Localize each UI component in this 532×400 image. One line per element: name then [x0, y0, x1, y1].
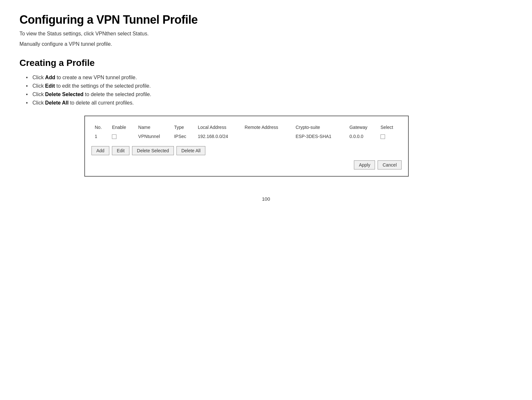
table-row: 1 VPNtunnel IPSec 192.168.0.0/24 ESP-3DE… — [91, 132, 402, 141]
col-type: Type — [171, 123, 195, 132]
delete-all-button[interactable]: Delete All — [176, 146, 205, 155]
list-item: Click Delete All to delete all current p… — [26, 100, 513, 106]
vpn-table-container: No. Enable Name Type Local Address Remot… — [84, 116, 409, 177]
col-enable: Enable — [109, 123, 135, 132]
instructions-list: Click Add to create a new VPN tunnel pro… — [19, 75, 513, 106]
list-item: Click Delete Selected to delete the sele… — [26, 92, 513, 97]
edit-label: Edit — [45, 83, 55, 89]
cell-remote-address — [241, 132, 292, 141]
section-title: Creating a Profile — [19, 58, 513, 68]
apply-button[interactable]: Apply — [354, 160, 375, 169]
cell-crypto-suite: ESP-3DES-SHA1 — [292, 132, 346, 141]
col-no: No. — [91, 123, 109, 132]
list-item: Click Add to create a new VPN tunnel pro… — [26, 75, 513, 81]
col-crypto-suite: Crypto-suite — [292, 123, 346, 132]
list-item: Click Edit to edit the settings of the s… — [26, 83, 513, 89]
bullet-text-3: to delete the selected profile. — [83, 92, 151, 97]
bullet-text-4: to delete all current profiles. — [68, 100, 134, 106]
subtitle-line2: Manually configure a VPN tunnel profile. — [19, 40, 513, 48]
select-checkbox[interactable] — [381, 134, 385, 139]
delete-selected-label: Delete Selected — [45, 92, 83, 97]
col-local-address: Local Address — [195, 123, 241, 132]
col-select: Select — [377, 123, 402, 132]
page-title: Configuring a VPN Tunnel Profile — [19, 13, 513, 27]
add-button[interactable]: Add — [91, 146, 109, 155]
delete-all-label: Delete All — [45, 100, 68, 106]
cell-select[interactable] — [377, 132, 402, 141]
page-number: 100 — [19, 196, 513, 202]
cell-type: IPSec — [171, 132, 195, 141]
subtitle-line1: To view the Status settings, click VPNth… — [19, 30, 513, 38]
col-gateway: Gateway — [346, 123, 377, 132]
edit-button[interactable]: Edit — [112, 146, 129, 155]
cancel-button[interactable]: Cancel — [378, 160, 402, 169]
bullet-text-2: to edit the settings of the selected pro… — [55, 83, 151, 89]
cell-enable[interactable] — [109, 132, 135, 141]
cell-local-address: 192.168.0.0/24 — [195, 132, 241, 141]
col-remote-address: Remote Address — [241, 123, 292, 132]
col-name: Name — [135, 123, 171, 132]
cell-name: VPNtunnel — [135, 132, 171, 141]
form-actions: Apply Cancel — [91, 160, 402, 169]
cell-gateway: 0.0.0.0 — [346, 132, 377, 141]
delete-selected-button[interactable]: Delete Selected — [132, 146, 174, 155]
add-label: Add — [45, 75, 55, 80]
bullet-text-1: to create a new VPN tunnel profile. — [55, 75, 137, 80]
cell-no: 1 — [91, 132, 109, 141]
table-actions: Add Edit Delete Selected Delete All — [91, 146, 402, 155]
vpn-profiles-table: No. Enable Name Type Local Address Remot… — [91, 123, 402, 141]
enable-checkbox[interactable] — [112, 134, 116, 139]
